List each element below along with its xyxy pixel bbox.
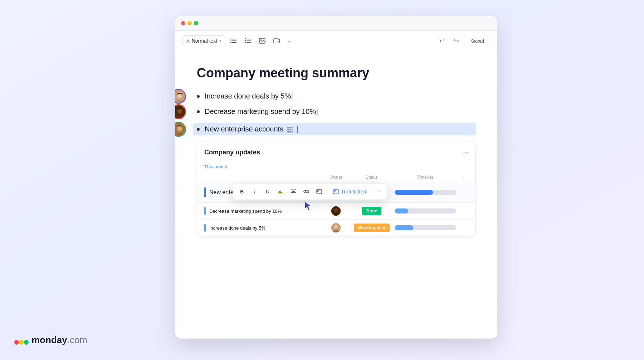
bullet-item-2: Decrease marketing spend by 10% — [197, 107, 476, 116]
row-2-status: Done — [350, 207, 393, 215]
svg-rect-40 — [317, 190, 319, 192]
redo-button[interactable]: ↪ — [450, 35, 462, 47]
bullet-text-2: Decrease marketing spend by 10% — [205, 107, 317, 116]
row-2-owner — [322, 206, 350, 216]
format-popup: B I U — [233, 184, 387, 200]
board-header: Company updates ··· — [197, 143, 475, 162]
main-window: A Normal text ▾ — [175, 16, 497, 339]
svg-rect-30 — [287, 127, 293, 133]
svg-point-5 — [230, 40, 231, 42]
svg-rect-13 — [245, 42, 246, 43]
board-row-2[interactable]: Decrease marketing spend by 10% Done — [197, 203, 475, 220]
logo-text: monday.com — [31, 335, 87, 346]
status-badge-2: Done — [362, 207, 381, 215]
board-title: Company updates — [204, 149, 260, 156]
underline-button[interactable]: U — [263, 187, 273, 197]
svg-rect-38 — [291, 192, 296, 193]
align-button[interactable] — [288, 187, 298, 197]
cursor-arrow — [303, 200, 314, 213]
add-column-button[interactable]: + — [458, 175, 468, 180]
bullet-item-3: New enterprise accounts — [197, 123, 476, 135]
document-title: Company meeting summary — [197, 66, 476, 81]
link-button[interactable] — [301, 187, 311, 197]
timeline-column-header: Timeline — [393, 175, 458, 180]
highlight-button[interactable] — [275, 187, 286, 197]
row-2-timeline — [393, 208, 458, 213]
close-button[interactable] — [181, 21, 185, 25]
svg-rect-8 — [232, 42, 236, 43]
svg-point-7 — [230, 42, 231, 43]
embed-button[interactable] — [314, 187, 324, 197]
board-column-headers: Owner Status Timeline + — [197, 173, 475, 182]
svg-point-0 — [14, 340, 19, 345]
svg-rect-9 — [245, 38, 246, 39]
svg-rect-42 — [334, 190, 336, 192]
status-badge-3: Working on it — [354, 224, 390, 232]
monday-logo: monday.com — [14, 335, 87, 346]
svg-point-3 — [230, 39, 231, 40]
video-button[interactable] — [271, 35, 282, 47]
toolbar: A Normal text ▾ — [175, 31, 497, 51]
more-options-button[interactable]: ··· — [285, 35, 297, 47]
bullet-list-button[interactable] — [228, 35, 239, 47]
status-column-header: Status — [350, 175, 393, 180]
row-3-timeline — [393, 225, 458, 230]
text-format-selector[interactable]: A Normal text ▾ — [182, 35, 225, 46]
bullet-text-1: Increase done deals by 5% — [205, 92, 292, 100]
bold-button[interactable]: B — [237, 187, 247, 197]
svg-rect-14 — [247, 42, 251, 43]
svg-rect-37 — [292, 191, 295, 192]
editor-area[interactable]: Company meeting summary — [175, 51, 497, 256]
owner-column-header: Owner — [322, 175, 350, 180]
row-3-owner — [322, 223, 350, 232]
bullet-item-1: Increase done deals by 5% — [197, 92, 476, 100]
svg-point-52 — [334, 208, 338, 212]
bullet-text-3: New enterprise accounts — [205, 125, 298, 133]
chevron-down-icon: ▾ — [219, 39, 221, 43]
svg-point-55 — [334, 225, 338, 229]
maximize-button[interactable] — [194, 21, 198, 25]
row-3-name: Increase done deals by 5% — [204, 224, 322, 232]
svg-rect-4 — [232, 39, 236, 39]
svg-point-2 — [24, 340, 29, 345]
image-button[interactable] — [257, 35, 268, 47]
svg-rect-12 — [247, 40, 251, 41]
text-format-label: Normal text — [192, 38, 218, 44]
minimize-button[interactable] — [187, 21, 192, 25]
board-row-3[interactable]: Increase done deals by 5% Working on — [197, 220, 475, 236]
saved-button[interactable]: Saved — [465, 36, 490, 46]
popup-more-button[interactable]: ··· — [373, 187, 383, 197]
svg-rect-11 — [245, 40, 246, 41]
turn-to-item-button[interactable]: Turn to item — [330, 187, 370, 196]
svg-rect-6 — [232, 40, 236, 41]
month-label: This month — [197, 162, 475, 173]
traffic-lights — [181, 21, 198, 25]
italic-button[interactable]: I — [250, 187, 260, 197]
svg-rect-36 — [291, 189, 296, 190]
svg-point-1 — [19, 340, 24, 345]
ordered-list-button[interactable] — [242, 35, 254, 47]
board-more-button[interactable]: ··· — [463, 149, 468, 156]
window-chrome — [175, 16, 497, 31]
svg-rect-10 — [247, 39, 251, 39]
row-1-timeline — [393, 190, 458, 195]
undo-button[interactable]: ↩ — [436, 35, 448, 47]
row-3-status: Working on it — [350, 224, 393, 232]
turn-to-item-label: Turn to item — [341, 189, 367, 195]
svg-rect-17 — [274, 39, 278, 43]
